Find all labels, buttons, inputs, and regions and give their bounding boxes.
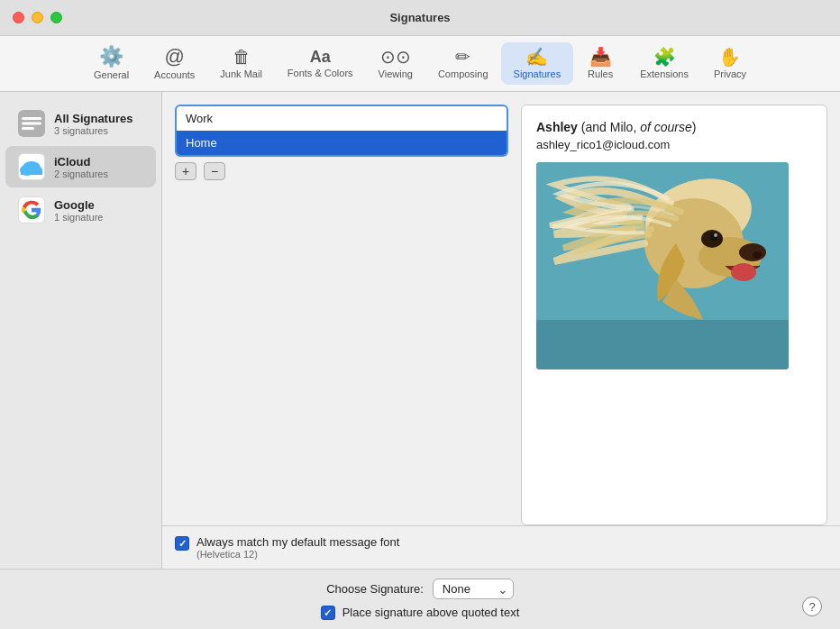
svg-rect-2	[22, 123, 41, 125]
toolbar-label-accounts: Accounts	[154, 69, 195, 80]
font-match-row: Always match my default message font (He…	[162, 525, 840, 569]
sig-item-home[interactable]: Home	[177, 131, 507, 155]
choose-sig-select-wrapper: None Work Home Random ⌄	[433, 579, 514, 599]
place-sig-checkbox[interactable]	[321, 606, 335, 620]
toolbar-label-composing: Composing	[438, 68, 488, 79]
icloud-avatar	[18, 153, 45, 180]
main-content: All Signatures 3 signatures iCloud 2 sig…	[0, 92, 840, 569]
sig-preview-panel: Ashley (and Milo, of course) ashley_rico…	[521, 105, 827, 525]
sidebar-item-icloud[interactable]: iCloud 2 signatures	[5, 146, 156, 187]
toolbar-label-signatures: Signatures	[514, 68, 562, 79]
font-match-text: Always match my default message font (He…	[196, 535, 399, 560]
toolbar-label-extensions: Extensions	[640, 68, 689, 79]
sig-list: Work Home	[177, 106, 507, 155]
rules-icon: 📥	[589, 48, 612, 66]
sig-name-rest: (and Milo,	[578, 120, 640, 134]
icloud-name: iCloud	[54, 155, 108, 169]
font-match-checkbox[interactable]	[175, 536, 189, 551]
sig-item-home-label: Home	[186, 136, 217, 150]
toolbar-label-rules: Rules	[588, 68, 613, 79]
svg-rect-1	[22, 117, 41, 120]
toolbar-label-fonts-colors: Fonts & Colors	[288, 68, 353, 78]
remove-signature-button[interactable]: −	[204, 162, 225, 180]
toolbar-item-general[interactable]: ⚙️ General	[81, 41, 142, 86]
signatures-icon: ✍	[525, 48, 548, 66]
sig-preview-name: Ashley (and Milo, of course)	[536, 120, 812, 134]
place-sig-label: Place signature above quoted text	[342, 606, 520, 619]
icloud-count: 2 signatures	[54, 169, 108, 179]
close-button[interactable]	[13, 12, 24, 23]
icloud-text: iCloud 2 signatures	[54, 155, 108, 179]
extensions-icon: 🧩	[653, 48, 676, 66]
gear-icon: ⚙️	[99, 47, 123, 67]
toolbar-item-rules[interactable]: 📥 Rules	[573, 42, 627, 85]
choose-sig-label-row: Choose Signature: None Work Home Random …	[326, 579, 514, 599]
bottom-bar: Choose Signature: None Work Home Random …	[0, 569, 840, 629]
google-count: 1 signature	[54, 212, 103, 223]
all-signatures-text: All Signatures 3 signatures	[54, 112, 132, 136]
toolbar-label-privacy: Privacy	[714, 68, 746, 79]
toolbar-label-general: General	[94, 69, 129, 80]
add-signature-button[interactable]: +	[175, 162, 196, 180]
sig-list-panel: Work Home	[175, 105, 508, 157]
sig-list-container: Work Home + −	[175, 105, 508, 525]
sig-dog-image	[536, 162, 789, 369]
choose-sig-select[interactable]: None Work Home Random	[433, 579, 514, 599]
junk-mail-icon: 🗑	[233, 48, 251, 66]
toolbar-item-privacy[interactable]: ✋ Privacy	[701, 42, 759, 85]
fonts-icon: Aa	[310, 49, 331, 65]
all-signatures-count: 3 signatures	[54, 125, 132, 136]
google-avatar	[18, 196, 45, 223]
svg-rect-3	[22, 127, 34, 130]
svg-rect-8	[21, 169, 42, 175]
choose-sig-label: Choose Signature:	[326, 582, 424, 596]
sig-name-close: )	[692, 120, 697, 134]
window-title: Signatures	[389, 11, 450, 24]
sig-item-work[interactable]: Work	[177, 106, 507, 131]
font-match-label: Always match my default message font	[196, 535, 399, 549]
zoom-button[interactable]	[50, 12, 62, 23]
toolbar-label-junk-mail: Junk Mail	[220, 68, 261, 79]
sidebar-item-google[interactable]: Google 1 signature	[5, 189, 156, 231]
title-bar: Signatures	[0, 0, 840, 36]
content-area: Work Home + − Ashley (and Milo, of cours…	[162, 92, 840, 569]
minimize-button[interactable]	[32, 12, 43, 23]
svg-point-15	[753, 251, 762, 259]
privacy-icon: ✋	[718, 48, 741, 66]
toolbar-item-viewing[interactable]: ⊙⊙ Viewing	[366, 42, 425, 85]
svg-rect-10	[536, 320, 789, 369]
help-button[interactable]: ?	[802, 597, 822, 616]
google-text: Google 1 signature	[54, 198, 103, 223]
sig-name-italic: of course	[640, 120, 692, 134]
choose-sig-row: Choose Signature: None Work Home Random …	[321, 579, 520, 620]
panels-row: Work Home + − Ashley (and Milo, of cours…	[162, 92, 840, 525]
traffic-lights	[13, 12, 62, 23]
toolbar-item-extensions[interactable]: 🧩 Extensions	[627, 42, 701, 85]
toolbar-item-signatures[interactable]: ✍ Signatures	[501, 42, 574, 85]
viewing-icon: ⊙⊙	[380, 48, 411, 66]
sidebar-item-all-signatures[interactable]: All Signatures 3 signatures	[5, 103, 156, 144]
all-signatures-avatar	[18, 110, 45, 137]
svg-point-14	[739, 243, 766, 261]
all-signatures-name: All Signatures	[54, 112, 132, 125]
toolbar-label-viewing: Viewing	[379, 68, 413, 79]
svg-point-18	[714, 233, 717, 237]
toolbar-item-fonts-colors[interactable]: Aa Fonts & Colors	[275, 43, 366, 84]
svg-point-19	[731, 263, 756, 281]
font-match-hint: (Helvetica 12)	[196, 549, 399, 560]
google-name: Google	[54, 198, 103, 212]
toolbar: ⚙️ General @ Accounts 🗑 Junk Mail Aa Fon…	[0, 36, 840, 92]
toolbar-item-accounts[interactable]: @ Accounts	[142, 41, 207, 86]
place-sig-row: Place signature above quoted text	[321, 605, 520, 620]
accounts-icon: @	[165, 47, 185, 67]
sidebar: All Signatures 3 signatures iCloud 2 sig…	[0, 92, 162, 569]
composing-icon: ✏	[455, 48, 470, 66]
sig-preview-email: ashley_rico1@icloud.com	[536, 138, 812, 151]
toolbar-item-junk-mail[interactable]: 🗑 Junk Mail	[207, 42, 274, 85]
sig-list-controls: + −	[175, 157, 508, 186]
sig-name-bold: Ashley	[536, 120, 578, 134]
sig-item-work-label: Work	[186, 112, 213, 125]
toolbar-item-composing[interactable]: ✏ Composing	[425, 42, 501, 85]
